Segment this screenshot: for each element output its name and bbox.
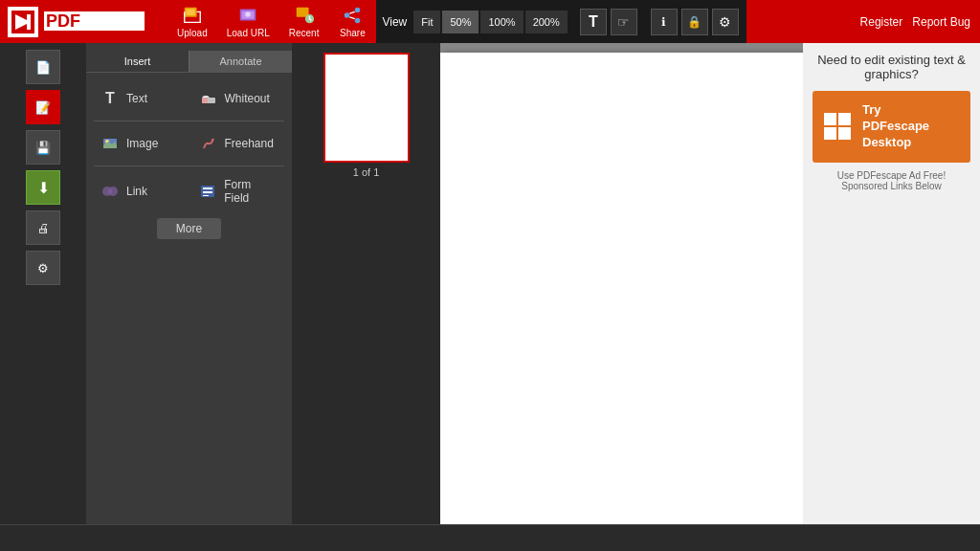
- thumbnail-page: [323, 53, 410, 163]
- text-tool-label: Text: [126, 92, 147, 105]
- lock-icon[interactable]: 🔒: [681, 9, 708, 35]
- zoom-fit-button[interactable]: Fit: [413, 11, 440, 33]
- tab-row: Insert Annotate: [86, 51, 292, 73]
- view-bar: View Fit 50% 100% 200%: [376, 0, 573, 43]
- zoom-50-button[interactable]: 50%: [442, 11, 479, 33]
- tool-row-3: Link Form Field: [86, 170, 292, 212]
- cta-line1: Try: [862, 102, 881, 117]
- logo-text: PDFescape: [44, 11, 145, 32]
- tab-annotate[interactable]: Annotate: [189, 51, 292, 72]
- tools-panel: Insert Annotate T Text Whiteout: [86, 43, 292, 524]
- view-label: View: [382, 15, 407, 29]
- divider-2: [94, 165, 284, 166]
- right-panel-title: Need to edit existing text & graphics?: [813, 53, 970, 81]
- formfield-tool-icon: [198, 181, 219, 202]
- thumbnail-label: 1 of 1: [353, 166, 380, 178]
- svg-rect-26: [824, 113, 836, 125]
- more-button[interactable]: More: [157, 218, 221, 239]
- svg-rect-24: [203, 191, 212, 193]
- register-link[interactable]: Register: [860, 15, 903, 29]
- canvas-area[interactable]: [440, 43, 803, 524]
- svg-point-7: [245, 11, 251, 16]
- image-tool-icon: [100, 133, 121, 154]
- share-label: Share: [340, 28, 366, 38]
- statusbar: [0, 524, 980, 551]
- edit-icon-button[interactable]: 📝: [26, 90, 60, 124]
- pointer-icon[interactable]: ☞: [611, 9, 637, 35]
- cta-line3: Desktop: [862, 135, 911, 149]
- left-tools-panel: 📄 📝 💾 ⬇ 🖨 ⚙: [0, 43, 86, 524]
- text-tool-icon: T: [100, 88, 121, 109]
- print-icon-button[interactable]: 🖨: [26, 210, 60, 245]
- svg-point-11: [345, 12, 350, 18]
- load-url-label: Load URL: [227, 28, 270, 38]
- logo-area: PDFescape: [0, 0, 167, 43]
- text-tool-button[interactable]: T Text: [94, 84, 187, 113]
- svg-rect-25: [203, 195, 209, 196]
- svg-rect-2: [27, 14, 31, 30]
- image-tool-label: Image: [126, 137, 158, 150]
- zoom-100-button[interactable]: 100%: [480, 11, 523, 33]
- whiteout-tool-button[interactable]: Whiteout: [192, 84, 285, 113]
- link-tool-label: Link: [126, 185, 147, 198]
- try-desktop-text: Try PDFescape Desktop: [862, 102, 929, 151]
- image-tool-button[interactable]: Image: [94, 129, 187, 158]
- formfield-tool-button[interactable]: Form Field: [192, 174, 285, 209]
- upload-label: Upload: [177, 28, 208, 38]
- gear-icon[interactable]: ⚙: [712, 9, 739, 35]
- tool-row-2: Image Freehand: [86, 125, 292, 162]
- main-layout: 📄 📝 💾 ⬇ 🖨 ⚙ Insert Annotate T Text: [0, 43, 980, 524]
- divider-1: [94, 121, 284, 121]
- recent-button[interactable]: Recent: [279, 0, 329, 43]
- topbar: PDFescape Upload Load URL Recent: [0, 0, 980, 43]
- save-icon-button[interactable]: 💾: [26, 130, 60, 165]
- try-desktop-button[interactable]: Try PDFescape Desktop: [813, 91, 970, 163]
- load-url-button[interactable]: Load URL: [217, 0, 279, 43]
- report-bug-link[interactable]: Report Bug: [912, 15, 970, 29]
- freehand-tool-label: Freehand: [225, 137, 274, 150]
- thumbnail-item[interactable]: 1 of 1: [301, 53, 431, 178]
- download-icon-button[interactable]: ⬇: [26, 170, 60, 205]
- whiteout-tool-icon: [198, 88, 219, 109]
- share-button[interactable]: Share: [328, 0, 376, 43]
- right-panel: Need to edit existing text & graphics? T…: [803, 43, 980, 524]
- pages-icon-button[interactable]: 📄: [26, 50, 60, 84]
- freehand-tool-button[interactable]: Freehand: [192, 129, 285, 158]
- svg-rect-29: [838, 127, 851, 140]
- svg-rect-4: [186, 10, 194, 15]
- svg-rect-16: [202, 98, 208, 103]
- upload-button[interactable]: Upload: [167, 0, 217, 43]
- tab-insert[interactable]: Insert: [86, 51, 189, 72]
- settings-icons: ℹ 🔒 ⚙: [643, 0, 746, 43]
- formfield-tool-label: Form Field: [224, 178, 278, 205]
- recent-label: Recent: [289, 28, 320, 38]
- windows-logo-icon: [820, 109, 855, 143]
- pdf-page: [440, 53, 803, 524]
- link-tool-icon: [100, 181, 121, 202]
- svg-rect-23: [203, 187, 212, 189]
- top-right-links: Register Report Bug: [851, 0, 980, 43]
- svg-rect-27: [838, 113, 851, 125]
- svg-point-21: [108, 187, 118, 196]
- ad-text: Use PDFescape Ad Free!Sponsored Links Be…: [837, 170, 946, 191]
- settings-icon-button[interactable]: ⚙: [26, 251, 60, 285]
- svg-line-14: [350, 17, 356, 19]
- svg-rect-28: [824, 127, 836, 140]
- tool-row-1: T Text Whiteout: [86, 80, 292, 117]
- freehand-tool-icon: [198, 133, 219, 154]
- link-tool-button[interactable]: Link: [94, 177, 187, 206]
- zoom-200-button[interactable]: 200%: [525, 11, 568, 33]
- thumbnail-panel: 1 of 1: [292, 43, 440, 524]
- text-cursor-icon[interactable]: T: [580, 9, 607, 35]
- svg-point-12: [355, 18, 361, 24]
- info-icon[interactable]: ℹ: [651, 9, 678, 35]
- tool-icons-bar: T ☞: [574, 0, 643, 43]
- svg-point-10: [355, 8, 361, 13]
- cta-line2: PDFescape: [862, 119, 929, 133]
- logo-icon: [8, 7, 38, 37]
- svg-line-13: [350, 11, 356, 13]
- whiteout-tool-label: Whiteout: [225, 92, 270, 105]
